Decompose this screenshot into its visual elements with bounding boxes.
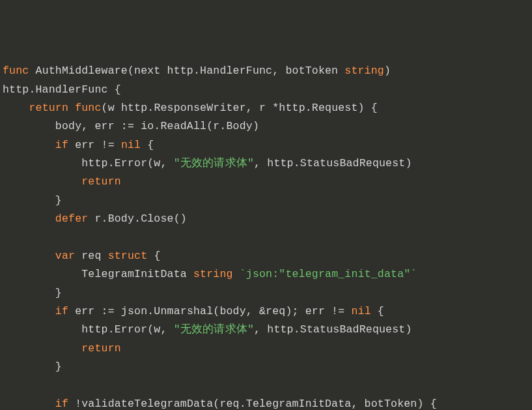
keyword-func: func [75, 102, 101, 114]
code-text [29, 65, 35, 77]
code-text: http.HandlerFunc { [3, 83, 121, 96]
code-text: AuthMiddleware(next http.HandlerFunc, bo… [36, 65, 345, 77]
keyword-nil: nil [121, 139, 141, 151]
keyword-return: return [29, 102, 68, 114]
code-line: return [3, 175, 121, 188]
indent [3, 120, 55, 132]
code-text: { [147, 250, 160, 262]
keyword-nil: nil [351, 305, 371, 317]
indent [3, 268, 81, 280]
code-text: http.Error(w, [81, 157, 173, 169]
code-line: func AuthMiddleware(next http.HandlerFun… [3, 65, 391, 77]
code-line: return [3, 342, 121, 355]
code-text: } [55, 194, 62, 207]
keyword-return: return [81, 175, 121, 188]
code-text: { [141, 139, 154, 151]
indent [3, 360, 55, 373]
code-text [68, 102, 75, 114]
code-line: TelegramInitData string `json:"telegram_… [3, 268, 417, 280]
keyword-string: string [344, 65, 384, 77]
keyword-func: func [3, 65, 29, 77]
code-text: (w http.ResponseWriter, r *http.Request)… [102, 102, 378, 114]
keyword-string: string [193, 268, 233, 280]
code-text: , http.StatusBadRequest) [254, 157, 412, 169]
code-text: body, err := io.ReadAll(r.Body) [55, 120, 259, 132]
code-line: body, err := io.ReadAll(r.Body) [3, 120, 259, 132]
code-text [233, 268, 240, 280]
string-literal: `json:"telegram_init_data"` [240, 268, 417, 280]
indent [3, 398, 55, 410]
string-literal: "无效的请求体" [174, 157, 254, 169]
code-line: } [3, 360, 62, 373]
code-text: err := json.Unmarshal(body, &req); err !… [68, 305, 351, 317]
code-line: } [3, 194, 62, 207]
code-line: if err != nil { [3, 139, 154, 151]
code-text: r.Body.Close() [88, 212, 187, 225]
indent [3, 175, 81, 188]
indent [3, 139, 55, 151]
keyword-return: return [81, 342, 121, 355]
code-text: } [55, 360, 62, 373]
code-line: } [3, 287, 62, 299]
code-line: var req struct { [3, 250, 161, 262]
code-text: req [75, 250, 108, 262]
code-line: return func(w http.ResponseWriter, r *ht… [3, 102, 378, 114]
indent [3, 250, 55, 262]
code-line: http.Error(w, "无效的请求体", http.StatusBadRe… [3, 157, 412, 169]
indent [3, 212, 55, 225]
code-text: { [371, 305, 384, 317]
code-block: func AuthMiddleware(next http.HandlerFun… [3, 62, 529, 410]
code-text: !validateTelegramData(req.TelegramInitDa… [68, 398, 437, 410]
code-line: http.HandlerFunc { [3, 83, 121, 96]
code-line: http.Error(w, "无效的请求体", http.StatusBadRe… [3, 323, 412, 336]
indent [3, 157, 81, 169]
code-text: , http.StatusBadRequest) [254, 323, 412, 336]
code-line: defer r.Body.Close() [3, 212, 187, 225]
code-text: http.Error(w, [81, 323, 173, 336]
keyword-struct: struct [108, 250, 148, 262]
code-line: if !validateTelegramData(req.TelegramIni… [3, 398, 437, 410]
code-line: if err := json.Unmarshal(body, &req); er… [3, 305, 384, 317]
keyword-if: if [55, 139, 68, 151]
keyword-if: if [55, 305, 68, 317]
keyword-if: if [55, 398, 68, 410]
indent [3, 194, 55, 207]
indent [3, 287, 55, 299]
string-literal: "无效的请求体" [174, 323, 254, 336]
code-text: err != [68, 139, 121, 151]
indent [3, 102, 29, 114]
keyword-var: var [55, 250, 75, 262]
keyword-defer: defer [55, 212, 89, 225]
code-text: TelegramInitData [81, 268, 193, 280]
indent [3, 342, 81, 355]
code-text: } [55, 287, 62, 299]
indent [3, 305, 55, 317]
code-text: ) [384, 65, 391, 77]
indent [3, 323, 81, 336]
